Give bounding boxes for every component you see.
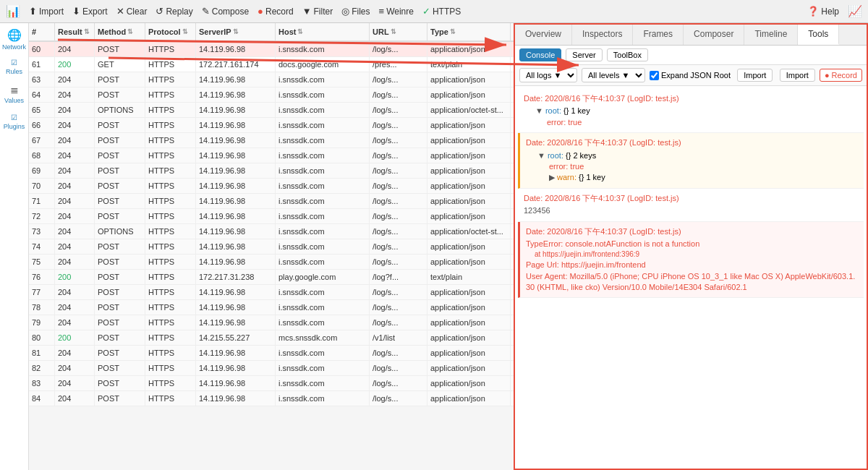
filter-button[interactable]: ▼Filter	[302, 6, 333, 17]
table-row[interactable]: 80200POSTHTTPS14.215.55.227mcs.snssdk.co…	[29, 330, 514, 346]
log-warn-2: ▶ warn: {} 1 key	[526, 172, 858, 183]
table-row[interactable]: 65204OPTIONSHTTPS14.119.96.98i.snssdk.co…	[29, 103, 514, 118]
log-error-1: error: true	[524, 117, 858, 128]
log-entry-2: Date: 2020/8/16 下午4:10:37 (LogID: test.j…	[518, 133, 864, 189]
log-date-3: Date: 2020/8/16 下午4:10:37 (LogID: test.j…	[524, 193, 858, 204]
log-root-2: ▼ root: {} 2 keys	[526, 150, 858, 161]
log-error-msg: TypeError: console.notAFunction is not a…	[526, 239, 858, 249]
log-entry-4: Date: 2020/8/16 下午4:10:37 (LogID: test.j…	[518, 222, 864, 299]
weinre-button[interactable]: ≡Weinre	[379, 6, 414, 17]
table-row[interactable]: 75204POSTHTTPS14.119.96.98i.snssdk.com/l…	[29, 255, 514, 270]
clear-button[interactable]: ✕Clear	[116, 6, 148, 17]
col-header-host[interactable]: Host ⇅	[276, 23, 370, 40]
tab-frames[interactable]: Frames	[633, 25, 684, 45]
table-row[interactable]: 63204POSTHTTPS14.119.96.98i.snssdk.com/l…	[29, 72, 514, 87]
table-row[interactable]: 84204POSTHTTPS14.119.96.98i.snssdk.com/l…	[29, 391, 514, 406]
log-error-stack: at https://juejin.im/frontend:396:9	[526, 249, 858, 260]
log-page-url: Page Url: https://juejin.im/frontend	[526, 260, 858, 270]
table-row[interactable]: 60204POSTHTTPS14.119.96.98i.snssdk.com/l…	[29, 42, 514, 57]
https-button[interactable]: ✓HTTPS	[422, 6, 461, 17]
right-tabs: Overview Inspectors Frames Composer Time…	[515, 25, 867, 46]
log-user-agent: User Agent: Mozilla/5.0 (iPhone; CPU iPh…	[526, 271, 858, 294]
table-row[interactable]: 67204POSTHTTPS14.119.96.98i.snssdk.com/l…	[29, 133, 514, 148]
compose-button[interactable]: ✎Compose	[202, 6, 249, 17]
table-row[interactable]: 79204POSTHTTPS14.119.96.98i.snssdk.com/l…	[29, 315, 514, 330]
table-row[interactable]: 64204POSTHTTPS14.119.96.98i.snssdk.com/l…	[29, 87, 514, 103]
tab-overview[interactable]: Overview	[515, 25, 572, 45]
stats-icon: 📈	[848, 4, 862, 18]
sidebar-item-network[interactable]: 🌐 Network	[1, 26, 27, 52]
col-header-result[interactable]: Result ⇅	[55, 23, 95, 40]
col-header-type[interactable]: Type ⇅	[427, 23, 511, 40]
filter-all-logs[interactable]: All logs ▼	[519, 68, 577, 82]
table-header: # Result ⇅ Method ⇅ Protocol ⇅ ServerIP …	[29, 23, 514, 42]
col-header-num[interactable]: #	[29, 23, 55, 40]
log-error-2: error: true	[526, 161, 858, 172]
tab-timeline[interactable]: Timeline	[744, 25, 798, 45]
record-button[interactable]: ●Record	[258, 6, 294, 17]
table-row[interactable]: 73204OPTIONSHTTPS14.119.96.98i.snssdk.co…	[29, 224, 514, 239]
console-tab-server[interactable]: Server	[566, 48, 602, 61]
replay-button[interactable]: ↺Replay	[156, 6, 192, 17]
left-sidebar: 🌐 Network ☑ Rules ≣ Values ☑ Plugins	[0, 23, 29, 470]
console-tab-console[interactable]: Console	[519, 48, 561, 61]
sidebar-item-values[interactable]: ≣ Values	[1, 81, 27, 107]
col-header-url[interactable]: URL ⇅	[370, 23, 427, 40]
table-row[interactable]: 76200POSTHTTPS172.217.31.238play.google.…	[29, 270, 514, 285]
log-root-1: ▼ root: {} 1 key	[524, 106, 858, 116]
table-row[interactable]: 74204POSTHTTPS14.119.96.98i.snssdk.com/l…	[29, 239, 514, 255]
expand-json-label: Expand JSON Root	[661, 71, 731, 80]
import-button[interactable]: ⬆Import	[29, 6, 64, 17]
table-body: 60204POSTHTTPS14.119.96.98i.snssdk.com/l…	[29, 42, 514, 470]
log-date-1: Date: 2020/8/16 下午4:10:37 (LogID: test.j…	[524, 93, 858, 104]
console-subtabs: Console Server ToolBox	[515, 46, 867, 65]
console-tab-toolbox[interactable]: ToolBox	[607, 48, 648, 61]
expand-json-checkbox[interactable]: Expand JSON Root	[650, 71, 731, 80]
export-button[interactable]: ⬇Export	[72, 6, 108, 17]
tab-composer[interactable]: Composer	[684, 25, 744, 45]
console-content: Date: 2020/8/16 下午4:10:37 (LogID: test.j…	[515, 86, 867, 469]
import-console-button[interactable]: Import	[737, 69, 773, 82]
table-row[interactable]: 83204POSTHTTPS14.119.96.98i.snssdk.com/l…	[29, 376, 514, 391]
table-row[interactable]: 61200GETHTTPS172.217.161.174docs.google.…	[29, 57, 514, 72]
log-date-2: Date: 2020/8/16 下午4:10:37 (LogID: test.j…	[526, 137, 858, 148]
tab-tools[interactable]: Tools	[798, 25, 839, 45]
table-row[interactable]: 82204POSTHTTPS14.119.96.98i.snssdk.com/l…	[29, 361, 514, 376]
right-panel: Overview Inspectors Frames Composer Time…	[514, 23, 868, 470]
sidebar-item-plugins[interactable]: ☑ Plugins	[1, 108, 27, 134]
expand-json-input[interactable]	[650, 71, 659, 80]
table-row[interactable]: 70204POSTHTTPS14.119.96.98i.snssdk.com/l…	[29, 179, 514, 194]
import2-button[interactable]: Import	[780, 69, 815, 82]
top-toolbar: 📊 ⬆Import ⬇Export ✕Clear ↺Replay ✎Compos…	[0, 0, 868, 23]
table-row[interactable]: 71204POSTHTTPS14.119.96.98i.snssdk.com/l…	[29, 194, 514, 209]
log-entry-1: Date: 2020/8/16 下午4:10:37 (LogID: test.j…	[518, 89, 864, 133]
help-button[interactable]: ❓Help	[807, 6, 839, 17]
col-header-protocol[interactable]: Protocol ⇅	[145, 23, 196, 40]
network-area: # Result ⇅ Method ⇅ Protocol ⇅ ServerIP …	[29, 23, 514, 470]
table-row[interactable]: 81204POSTHTTPS14.119.96.98i.snssdk.com/l…	[29, 346, 514, 361]
table-row[interactable]: 66204POSTHTTPS14.119.96.98i.snssdk.com/l…	[29, 118, 514, 133]
log-entry-3: Date: 2020/8/16 下午4:10:37 (LogID: test.j…	[518, 189, 864, 222]
table-row[interactable]: 68204POSTHTTPS14.119.96.98i.snssdk.com/l…	[29, 148, 514, 163]
filter-all-levels[interactable]: All levels ▼	[582, 68, 645, 82]
log-plain-3: 123456	[524, 205, 858, 216]
table-row[interactable]: 77204POSTHTTPS14.119.96.98i.snssdk.com/l…	[29, 285, 514, 300]
files-button[interactable]: ◎Files	[341, 6, 370, 17]
network-icon: 📊	[6, 4, 20, 18]
table-row[interactable]: 72204POSTHTTPS14.119.96.98i.snssdk.com/l…	[29, 209, 514, 224]
main-layout: 🌐 Network ☑ Rules ≣ Values ☑ Plugins # R…	[0, 23, 868, 470]
record-console-button[interactable]: ● Record	[820, 69, 862, 82]
tab-inspectors[interactable]: Inspectors	[572, 25, 633, 45]
log-date-4: Date: 2020/8/16 下午4:10:37 (LogID: test.j…	[526, 226, 858, 237]
sidebar-item-rules[interactable]: ☑ Rules	[1, 54, 27, 80]
table-row[interactable]: 78204POSTHTTPS14.119.96.98i.snssdk.com/l…	[29, 300, 514, 315]
col-header-serverip[interactable]: ServerIP ⇅	[196, 23, 276, 40]
col-header-method[interactable]: Method ⇅	[95, 23, 145, 40]
table-row[interactable]: 69204POSTHTTPS14.119.96.98i.snssdk.com/l…	[29, 163, 514, 179]
